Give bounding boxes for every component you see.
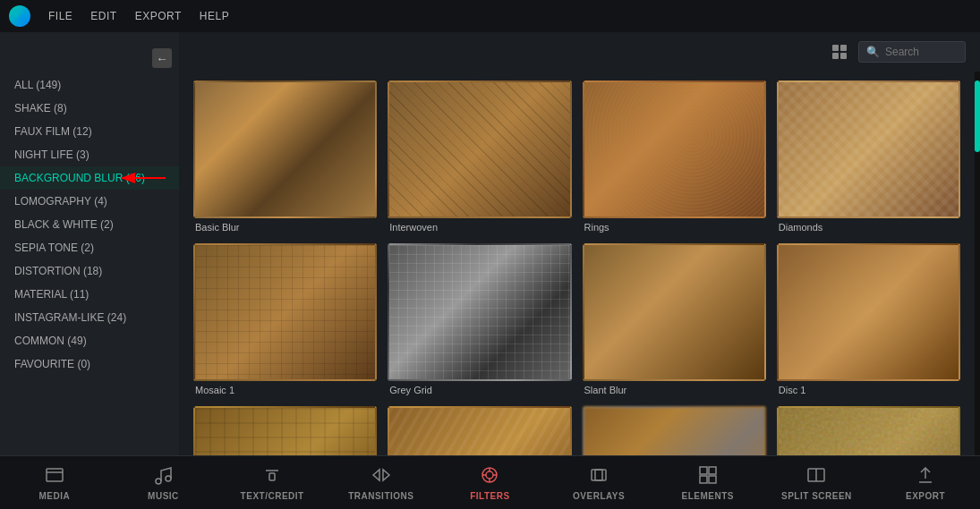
svg-rect-7 (47, 469, 63, 481)
bottom-item-label-media: MEDIA (38, 491, 70, 501)
filter-label-diamonds: Diamonds (777, 222, 960, 233)
svg-rect-12 (269, 473, 275, 480)
filter-item-basic-blur[interactable]: Basic Blur (193, 81, 377, 233)
sidebar-item-faux-film[interactable]: FAUX FILM (12) (0, 120, 179, 143)
filter-thumb-disc-1 (777, 243, 960, 381)
filter-grid: Basic BlurInterwovenRingsDiamondsMosaic … (179, 72, 975, 455)
content-area: 🔍 Basic BlurInterwovenRingsDiamondsMosai… (179, 32, 980, 455)
bottom-item-label-filters: FILTERS (470, 491, 509, 501)
filter-label-mosaic-1: Mosaic 1 (193, 385, 377, 395)
back-button[interactable]: ← (152, 48, 172, 68)
filter-item-diamonds[interactable]: Diamonds (777, 81, 960, 233)
sidebar-item-night-life[interactable]: NIGHT LIFE (3) (0, 143, 179, 166)
split-screen-icon (806, 465, 826, 488)
sidebar: ← ALL (149)SHAKE (8)FAUX FILM (12)NIGHT … (0, 32, 179, 455)
svg-rect-6 (840, 53, 847, 59)
svg-point-14 (486, 471, 493, 479)
menu-item-edit[interactable]: EDIT (90, 10, 116, 22)
sidebar-item-instagram-like[interactable]: INSTAGRAM-LIKE (24) (0, 306, 179, 329)
filter-item-static[interactable]: Static (777, 406, 960, 455)
menu-item-export[interactable]: EXPORT (135, 10, 182, 22)
svg-rect-24 (709, 476, 716, 483)
svg-rect-21 (700, 467, 707, 474)
music-icon (153, 465, 173, 488)
app-logo (9, 5, 30, 27)
filter-label-slant-blur: Slant Blur (583, 385, 766, 395)
bottom-item-label-transitions: TRANSITIONS (348, 491, 413, 501)
bottom-item-transitions[interactable]: TRANSITIONS (345, 465, 417, 501)
filter-item-frosted[interactable]: Frosted (583, 406, 766, 455)
bottom-item-export[interactable]: EXPORT (890, 465, 961, 501)
bottom-item-text-credit[interactable]: TEXT/CREDIT (236, 465, 308, 501)
elements-icon (698, 465, 718, 488)
svg-point-9 (156, 479, 161, 484)
filter-item-mosaic-1[interactable]: Mosaic 1 (193, 243, 377, 395)
sidebar-item-favourite[interactable]: FAVOURITE (0) (0, 352, 179, 376)
scrollbar-track[interactable] (975, 72, 980, 455)
filters-icon (480, 465, 499, 488)
filter-label-rings: Rings (583, 222, 766, 233)
search-input[interactable] (885, 46, 957, 58)
bottom-item-label-overlays: OVERLAYS (573, 491, 625, 501)
menu-item-help[interactable]: HELP (200, 10, 229, 22)
filter-thumb-diamonds (777, 81, 960, 218)
bottom-item-label-elements: ELEMENTS (682, 491, 734, 501)
filter-item-slant-blur[interactable]: Slant Blur (583, 243, 766, 395)
sidebar-item-black-white[interactable]: BLACK & WHITE (2) (0, 213, 179, 236)
text-credit-icon (262, 465, 282, 488)
sidebar-item-material[interactable]: MATERIAL (11) (0, 283, 179, 306)
svg-rect-3 (832, 45, 839, 51)
svg-rect-23 (700, 476, 707, 483)
filter-item-mosaic-2[interactable]: Mosaic 2 (193, 406, 377, 455)
scrollbar-thumb[interactable] (975, 81, 980, 152)
filter-label-disc-1: Disc 1 (777, 385, 960, 395)
grid-view-button[interactable] (828, 40, 851, 64)
filter-thumb-scales (388, 406, 571, 455)
sidebar-item-background-blur[interactable]: BACKGROUND BLUR (16) (0, 166, 179, 190)
svg-rect-22 (709, 467, 716, 474)
sidebar-item-shake[interactable]: SHAKE (8) (0, 97, 179, 120)
bottom-item-filters[interactable]: FILTERS (454, 465, 525, 501)
menu-items: FILEEDITEXPORTHELP (48, 10, 229, 22)
sidebar-items: ALL (149)SHAKE (8)FAUX FILM (12)NIGHT LI… (0, 73, 179, 376)
bottom-item-elements[interactable]: ELEMENTS (672, 465, 744, 501)
filter-thumb-frosted (583, 406, 766, 455)
bottom-item-label-split-screen: SPLIT SCREEN (781, 491, 852, 501)
svg-rect-5 (832, 53, 839, 59)
menu-item-file[interactable]: FILE (48, 10, 72, 22)
filter-item-grey-grid[interactable]: Grey Grid (388, 243, 571, 395)
export-icon (916, 465, 935, 488)
sidebar-item-all[interactable]: ALL (149) (0, 73, 179, 97)
svg-rect-19 (592, 470, 602, 480)
filter-thumb-interwoven (388, 81, 571, 218)
menu-bar: FILEEDITEXPORTHELP (0, 0, 980, 32)
bottom-item-label-export: EXPORT (906, 491, 945, 501)
filter-item-rings[interactable]: Rings (583, 81, 766, 233)
content-toolbar: 🔍 (179, 32, 980, 72)
filter-item-disc-1[interactable]: Disc 1 (777, 243, 960, 395)
media-icon (45, 465, 64, 488)
sidebar-item-common[interactable]: COMMON (49) (0, 329, 179, 352)
sidebar-item-lomography[interactable]: LOMOGRAPHY (4) (0, 190, 179, 213)
bottom-item-label-music: MUSIC (148, 491, 179, 501)
main-content: ← ALL (149)SHAKE (8)FAUX FILM (12)NIGHT … (0, 32, 980, 455)
filter-label-basic-blur: Basic Blur (193, 222, 377, 233)
search-icon: 🔍 (866, 46, 880, 58)
bottom-item-music[interactable]: MUSIC (127, 465, 199, 501)
filter-item-interwoven[interactable]: Interwoven (388, 81, 571, 233)
transitions-icon (371, 465, 391, 488)
search-box[interactable]: 🔍 (858, 41, 966, 63)
filter-label-interwoven: Interwoven (388, 222, 571, 233)
sidebar-item-sepia-tone[interactable]: SEPIA TONE (2) (0, 236, 179, 259)
bottom-item-split-screen[interactable]: SPLIT SCREEN (780, 465, 852, 501)
bottom-item-overlays[interactable]: OVERLAYS (563, 465, 635, 501)
sidebar-item-distortion[interactable]: DISTORTION (18) (0, 259, 179, 283)
bottom-item-media[interactable]: MEDIA (19, 465, 90, 501)
filter-thumb-basic-blur (193, 81, 377, 218)
filter-item-scales[interactable]: Scales (388, 406, 571, 455)
filter-thumb-slant-blur (583, 243, 766, 381)
filter-thumb-grey-grid (388, 243, 571, 381)
bottom-item-label-text-credit: TEXT/CREDIT (241, 491, 304, 501)
svg-point-0 (14, 11, 25, 21)
filter-label-grey-grid: Grey Grid (388, 385, 571, 395)
